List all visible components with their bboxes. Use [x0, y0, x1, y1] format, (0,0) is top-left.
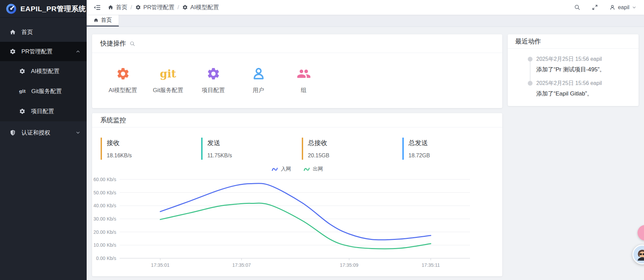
chart-legend: 入网 出网 [92, 166, 502, 172]
svg-text:0.00 Kb/s: 0.00 Kb/s [96, 256, 116, 261]
quick-actions-title: 快捷操作 [100, 39, 126, 48]
gear-icon [19, 68, 25, 74]
svg-text:60.00 Kb/s: 60.00 Kb/s [93, 177, 116, 182]
wave-icon [272, 167, 278, 172]
gear-icon [206, 66, 221, 82]
sidebar-item-label: 项目配置 [31, 107, 54, 115]
quick-action-project-config[interactable]: 项目配置 [191, 66, 236, 94]
home-icon [108, 4, 114, 10]
stat-value: 18.16KB/s [107, 153, 201, 159]
sidebar-item-home[interactable]: 首页 [0, 22, 87, 42]
chevron-down-icon [632, 5, 637, 10]
app-title: EAPIL_PR管理系统 [20, 4, 86, 14]
timeline-action-text: 添加了“Eapil Gitlab”。 [536, 90, 639, 98]
sidebar-submenu-pr-config: AI模型配置 git Git服务配置 项目配置 [0, 61, 87, 121]
stat-label: 发送 [207, 139, 302, 147]
stat-value: 18.72GB [408, 153, 503, 159]
stat-label: 总发送 [408, 139, 503, 147]
user-name: eapil [618, 4, 629, 11]
fullscreen-icon[interactable] [592, 3, 600, 12]
git-logo-icon: git [160, 66, 176, 82]
content: 快捷操作 AI模型配置 git Git服务配置 [87, 27, 644, 280]
recent-actions-card: 最近动作 2025年2月25日 15:56 eapil 添加了“Pr 测试项目-… [508, 34, 639, 106]
recent-actions-timeline: 2025年2月25日 15:56 eapil 添加了“Pr 测试项目-495”。… [508, 49, 639, 98]
sidebar-item-label: PR管理配置 [21, 48, 53, 55]
stat-total-send: 总发送 18.72GB [402, 138, 503, 160]
user-icon [251, 66, 266, 82]
svg-text:30.00 Kb/s: 30.00 Kb/s [93, 216, 116, 222]
sidebar: EAPIL_PR管理系统 首页 PR管理配置 AI模型配置 git Git服务配… [0, 0, 87, 280]
legend-item-inbound[interactable]: 入网 [272, 166, 291, 172]
timeline-dot-icon [528, 57, 533, 62]
gear-icon [10, 48, 16, 55]
stat-total-receive: 总接收 20.15GB [302, 138, 402, 160]
git-icon: git [19, 89, 26, 93]
sidebar-item-label: 认证和授权 [21, 129, 50, 137]
user-menu[interactable]: eapil [609, 4, 637, 11]
legend-item-outbound[interactable]: 出网 [303, 166, 323, 172]
sidebar-item-label: AI模型配置 [31, 67, 59, 75]
timeline-timestamp: 2025年2月25日 15:56 eapil [536, 56, 639, 63]
sidebar-item-auth[interactable]: 认证和授权 [0, 123, 87, 142]
breadcrumb-ai-model-config: AI模型配置 [182, 3, 219, 11]
quick-action-users[interactable]: 用户 [236, 66, 281, 94]
user-icon [609, 4, 615, 11]
topbar-right: eapil [574, 3, 637, 12]
stat-value: 11.75KB/s [207, 153, 302, 159]
gear-icon [115, 66, 131, 82]
recent-actions-header: 最近动作 [508, 34, 639, 49]
quick-action-label: Git服务配置 [153, 86, 184, 94]
quick-action-groups[interactable]: 组 [281, 66, 326, 94]
right-column: 最近动作 2025年2月25日 15:56 eapil 添加了“Pr 测试项目-… [508, 34, 639, 106]
quick-actions-row: AI模型配置 git Git服务配置 项目配置 用户 [92, 66, 502, 94]
sidebar-item-pr-config[interactable]: PR管理配置 [0, 42, 87, 61]
group-icon [296, 66, 312, 82]
network-traffic-chart: 0.00 Kb/s10.00 Kb/s20.00 Kb/s30.00 Kb/s4… [92, 173, 502, 275]
home-icon [10, 29, 16, 35]
quick-action-git-service-config[interactable]: git Git服务配置 [145, 66, 191, 94]
svg-text:50.00 Kb/s: 50.00 Kb/s [93, 190, 116, 195]
sidebar-fold-icon[interactable] [93, 3, 102, 12]
quick-actions-search-icon[interactable] [129, 41, 135, 47]
quick-action-ai-model-config[interactable]: AI模型配置 [100, 66, 145, 94]
breadcrumb: 首页 / PR管理配置 / AI模型配置 [108, 3, 219, 11]
left-column: 快捷操作 AI模型配置 git Git服务配置 [92, 34, 502, 276]
system-monitor-header: 系统监控 [92, 113, 502, 127]
svg-text:17:35:07: 17:35:07 [232, 262, 251, 268]
system-monitor-card: 系统监控 接收 18.16KB/s 发送 11.75KB/s 总接收 [92, 113, 502, 276]
chevron-up-icon [75, 49, 81, 54]
quick-actions-header: 快捷操作 [92, 34, 502, 53]
system-monitor-title: 系统监控 [100, 116, 126, 125]
quick-action-label: AI模型配置 [108, 86, 137, 94]
main-area: 首页 / PR管理配置 / AI模型配置 [87, 0, 644, 280]
svg-text:17:35:11: 17:35:11 [422, 262, 440, 268]
quick-action-label: 用户 [253, 86, 264, 94]
gear-icon [19, 108, 25, 115]
svg-text:40.00 Kb/s: 40.00 Kb/s [93, 203, 116, 208]
sidebar-menu: 首页 PR管理配置 AI模型配置 git Git服务配置 项目配置 [0, 18, 87, 142]
app-logo[interactable]: EAPIL_PR管理系统 [0, 0, 87, 18]
svg-text:20.00 Kb/s: 20.00 Kb/s [93, 229, 116, 235]
topbar: 首页 / PR管理配置 / AI模型配置 [87, 0, 644, 15]
timeline-entry: 2025年2月25日 15:56 eapil 添加了“Eapil Gitlab”… [508, 80, 639, 98]
stat-label: 接收 [107, 139, 201, 147]
breadcrumb-home[interactable]: 首页 [108, 3, 127, 11]
timeline-entry: 2025年2月25日 15:56 eapil 添加了“Pr 测试项目-495”。 [508, 56, 639, 73]
app-root: EAPIL_PR管理系统 首页 PR管理配置 AI模型配置 git Git服务配… [0, 0, 644, 280]
tab-home[interactable]: 首页 [87, 15, 119, 27]
sidebar-item-git-service-config[interactable]: git Git服务配置 [0, 81, 87, 101]
timeline-action-text: 添加了“Pr 测试项目-495”。 [536, 66, 639, 73]
tabbar: 首页 [87, 15, 644, 27]
stat-label: 总接收 [308, 139, 402, 147]
stat-receive: 接收 18.16KB/s [101, 138, 201, 160]
sidebar-item-ai-model-config[interactable]: AI模型配置 [0, 61, 87, 81]
timeline-dot-icon [528, 81, 533, 86]
search-icon[interactable] [574, 3, 582, 12]
breadcrumb-pr-config[interactable]: PR管理配置 [135, 3, 175, 11]
logo-icon [5, 3, 17, 15]
stat-value: 20.15GB [308, 153, 402, 159]
quick-actions-card: 快捷操作 AI模型配置 git Git服务配置 [92, 34, 502, 108]
gear-icon [182, 4, 188, 10]
sidebar-item-project-config[interactable]: 项目配置 [0, 101, 87, 121]
recent-actions-title: 最近动作 [515, 37, 541, 46]
